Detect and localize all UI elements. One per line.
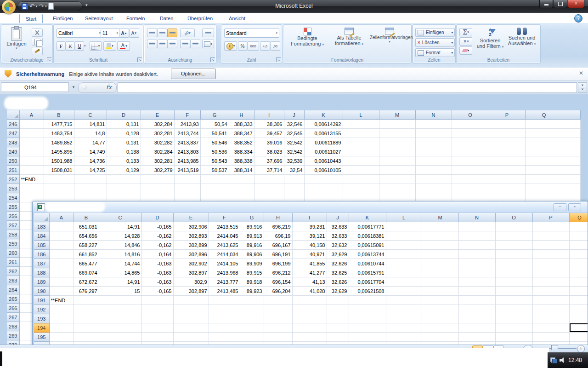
cell[interactable]: [173, 305, 209, 314]
cell[interactable]: [532, 323, 569, 333]
cell[interactable]: 14,928: [99, 231, 141, 241]
undo-dropdown-icon[interactable]: ▾: [36, 5, 38, 8]
row-header[interactable]: 191: [34, 296, 49, 305]
cell[interactable]: [240, 314, 264, 323]
cell[interactable]: 0,00614392: [304, 120, 343, 129]
cell[interactable]: [525, 175, 563, 184]
format-cells-button[interactable]: Format▾: [415, 48, 455, 57]
cell[interactable]: [452, 120, 489, 129]
row-header[interactable]: 255: [7, 202, 19, 212]
cell[interactable]: [74, 175, 107, 184]
row-header[interactable]: 253: [7, 184, 19, 193]
column-header[interactable]: K: [349, 213, 386, 222]
column-header[interactable]: A: [49, 213, 74, 222]
cell[interactable]: [19, 147, 44, 156]
cell[interactable]: [343, 175, 379, 184]
cell[interactable]: 658,227: [74, 241, 99, 250]
column-header[interactable]: P: [532, 213, 569, 222]
cell[interactable]: 696,167: [264, 241, 292, 250]
cell[interactable]: [343, 184, 379, 193]
row-header[interactable]: 195: [34, 333, 49, 342]
shrink-font-button[interactable]: A▼: [129, 29, 139, 38]
cell[interactable]: [422, 268, 458, 277]
cell[interactable]: -0,163: [141, 268, 173, 277]
cell[interactable]: 32,633: [327, 231, 349, 241]
cell[interactable]: [327, 314, 349, 323]
cell[interactable]: [141, 305, 173, 314]
cell[interactable]: [458, 305, 495, 314]
cell[interactable]: [563, 175, 580, 184]
column-header[interactable]: C: [74, 110, 107, 120]
cell[interactable]: 302,893: [173, 231, 209, 241]
cell[interactable]: [569, 268, 588, 277]
cell[interactable]: 32,625: [327, 268, 349, 277]
tab-ansicht[interactable]: Ansicht: [223, 14, 251, 23]
cell[interactable]: [422, 231, 458, 241]
cell[interactable]: 50,54: [200, 120, 229, 129]
column-header[interactable]: O: [452, 110, 489, 120]
cell[interactable]: 1508,031: [44, 166, 74, 175]
column-header[interactable]: Q: [525, 110, 563, 120]
underline-dropdown-icon[interactable]: ▾: [84, 44, 86, 47]
column-header[interactable]: N: [415, 110, 452, 120]
cell[interactable]: [240, 305, 264, 314]
cell[interactable]: [452, 184, 489, 193]
cell[interactable]: [254, 184, 284, 193]
cell[interactable]: 2414,105: [209, 259, 240, 268]
column-header[interactable]: F: [174, 110, 200, 120]
column-header[interactable]: F: [209, 213, 240, 222]
cell[interactable]: 0,00618381: [349, 231, 386, 241]
redo-icon[interactable]: ↷: [39, 3, 44, 9]
cell[interactable]: 32,626: [327, 277, 349, 287]
cell[interactable]: [569, 250, 588, 259]
cell[interactable]: [386, 333, 422, 342]
name-box-dropdown-icon[interactable]: ▼: [70, 82, 77, 92]
cell[interactable]: [422, 287, 458, 296]
cell[interactable]: -0,162: [141, 241, 173, 250]
cell[interactable]: [525, 129, 563, 138]
cell[interactable]: 0,00613155: [304, 129, 343, 138]
cell[interactable]: 14,725: [74, 166, 107, 175]
cell[interactable]: 39,016: [254, 138, 284, 147]
column-header[interactable]: H: [229, 110, 254, 120]
align-right-button[interactable]: [167, 40, 177, 48]
italic-button[interactable]: K: [66, 41, 75, 51]
cell[interactable]: 302,284: [141, 147, 174, 156]
cell[interactable]: [422, 314, 458, 323]
insert-cells-button[interactable]: Einfügen▾: [415, 28, 455, 37]
cell[interactable]: [525, 147, 563, 156]
cell[interactable]: [532, 333, 569, 342]
cell[interactable]: 0,00615791: [349, 268, 386, 277]
align-left-button[interactable]: [147, 40, 157, 48]
row-header[interactable]: 250: [7, 156, 19, 166]
cell[interactable]: [327, 333, 349, 342]
row-header[interactable]: 247: [7, 129, 19, 138]
cell[interactable]: [532, 250, 569, 259]
cell[interactable]: [563, 166, 580, 175]
cell[interactable]: [563, 147, 580, 156]
save-icon[interactable]: [22, 3, 28, 10]
customize-qat-icon[interactable]: ▾: [85, 4, 88, 7]
cell[interactable]: [495, 231, 532, 241]
cell[interactable]: [569, 241, 588, 250]
cell[interactable]: [489, 129, 525, 138]
cell[interactable]: [525, 156, 563, 166]
cell[interactable]: 14,865: [99, 268, 141, 277]
cell[interactable]: [379, 175, 415, 184]
front-maximize-button[interactable]: ▫: [568, 203, 581, 211]
cell[interactable]: 32,542: [284, 147, 304, 156]
cell[interactable]: [532, 231, 569, 241]
cell[interactable]: [343, 120, 379, 129]
row-header[interactable]: 257: [7, 221, 19, 230]
row-header[interactable]: 259: [7, 239, 19, 248]
cell[interactable]: [173, 323, 209, 333]
cell[interactable]: 14,736: [74, 156, 107, 166]
clear-button[interactable]: ▾: [459, 46, 472, 55]
cell[interactable]: [292, 314, 327, 323]
cell[interactable]: [422, 305, 458, 314]
column-header[interactable]: J: [327, 213, 349, 222]
row-header[interactable]: 265: [7, 294, 19, 304]
tab-start[interactable]: Start: [19, 14, 43, 23]
cell[interactable]: 2413,515: [209, 222, 240, 231]
redo-dropdown-icon[interactable]: ▾: [45, 5, 47, 8]
